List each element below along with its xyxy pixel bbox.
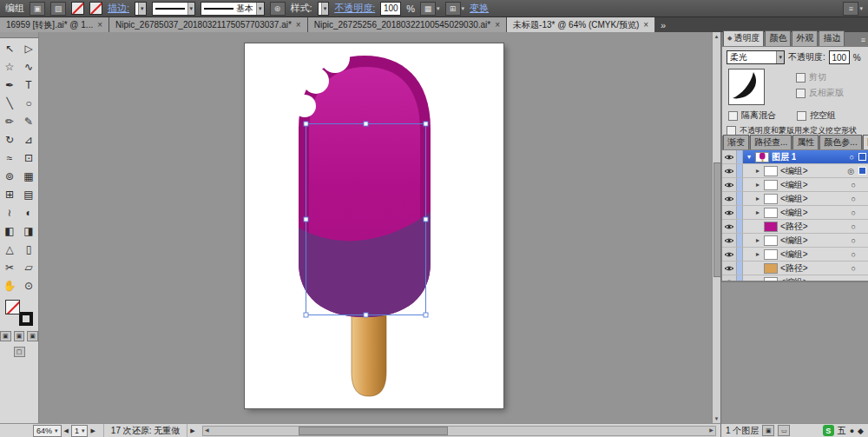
live-paint-selection-tool[interactable]: ◨ [19, 222, 38, 240]
draw-inside-mode-icon[interactable]: ▣ [27, 331, 38, 341]
chevron-down-icon[interactable]: ▾ [82, 427, 85, 434]
document-tab-active[interactable]: 未标题-13* @ 64% (CMYK/预览)× [507, 17, 655, 32]
visibility-eye-icon[interactable] [722, 150, 737, 163]
width-tool[interactable]: ≈ [0, 149, 19, 167]
tray-tool-icon[interactable]: ◆ [858, 427, 864, 435]
artboard-nav-select[interactable]: 1▾ [71, 425, 89, 437]
chevron-down-icon[interactable]: ▾ [437, 5, 440, 12]
magic-wand-tool[interactable]: ☆ [0, 57, 19, 76]
layer-row-content[interactable]: ▸<编组>◎ [743, 164, 868, 177]
target-circle-icon[interactable]: ◎ [847, 167, 854, 175]
chevron-down-icon[interactable]: ▾ [776, 51, 784, 63]
next-artboard-icon[interactable]: ▶ [90, 427, 95, 434]
target-circle-icon[interactable]: ○ [852, 195, 856, 203]
ime-mode-label[interactable]: 五 [838, 425, 846, 437]
sogou-ime-icon[interactable]: S [823, 425, 834, 436]
lasso-tool[interactable]: ∿ [19, 57, 38, 76]
target-circle-icon[interactable]: ○ [852, 222, 856, 231]
stroke-link[interactable]: 描边: [108, 2, 129, 15]
layer-object-row[interactable]: ▸<编组>○ [722, 192, 868, 206]
paintbrush-tool[interactable]: ✏ [0, 112, 19, 130]
document-tab[interactable]: 16959 [转换].ai* @ 1...× [0, 17, 109, 32]
symbol-sprayer-tool[interactable]: ⊚ [0, 167, 19, 185]
horizontal-scrollbar[interactable]: ◀ ▶ [202, 426, 716, 436]
opacity-input[interactable]: 100 [380, 2, 401, 16]
perspective-grid-tool[interactable]: △ [0, 240, 19, 258]
draw-normal-mode-icon[interactable]: ▣ [0, 331, 11, 341]
close-icon[interactable]: × [97, 20, 102, 30]
blend-mode-select[interactable]: 柔光▾ [727, 50, 785, 64]
width-profile-select[interactable]: ▾ [152, 2, 196, 16]
target-circle-icon[interactable]: ○ [850, 153, 854, 162]
layer-row-content[interactable]: ▾图层 1○ [743, 150, 868, 163]
layer-row[interactable]: ▾图层 1○ [722, 150, 868, 164]
zoom-tool[interactable]: ⊙ [19, 276, 38, 295]
tab-stroke[interactable]: 描边 [819, 30, 845, 46]
document-tab[interactable]: Nipic_26725256_20180322100545029030.ai*× [308, 17, 507, 32]
chevron-down-icon[interactable]: ▾ [859, 5, 863, 12]
ellipse-tool[interactable]: ○ [19, 94, 38, 112]
visibility-eye-icon[interactable] [722, 262, 737, 275]
scroll-right-icon[interactable]: ▶ [707, 427, 715, 434]
lock-column[interactable] [737, 248, 743, 261]
eraser-tool[interactable]: ▱ [19, 258, 38, 276]
visibility-eye-icon[interactable] [722, 234, 737, 247]
close-icon[interactable]: × [495, 20, 500, 30]
pen-tool[interactable]: ✒ [0, 76, 19, 94]
scale-tool[interactable]: ⊿ [19, 130, 38, 149]
layer-label[interactable]: 图层 1 [772, 151, 796, 163]
prev-artboard-icon[interactable]: ◀ [64, 427, 69, 434]
expand-arrow-icon[interactable]: ▸ [754, 209, 761, 216]
mesh-tool[interactable]: ⊞ [0, 185, 19, 203]
expand-arrow-icon[interactable]: ▸ [754, 181, 761, 189]
expand-arrow-icon[interactable]: ▸ [754, 167, 761, 175]
scroll-down-icon[interactable]: ▼ [713, 414, 720, 423]
lock-column[interactable] [737, 275, 743, 281]
delete-layer-icon[interactable]: ▭ [778, 425, 790, 436]
blend-tool[interactable]: ◐ [19, 203, 38, 222]
lock-column[interactable] [737, 220, 743, 233]
lock-column[interactable] [737, 206, 743, 219]
stroke-color-swatch[interactable] [19, 312, 33, 326]
tab-layers[interactable]: 图层 [863, 135, 868, 150]
popsicle-illustration[interactable] [245, 43, 503, 408]
arrange-options[interactable]: ⊞▾ [445, 2, 465, 16]
stroke-weight-select[interactable]: ▾ [135, 2, 147, 16]
layer-label[interactable]: <编组> [780, 165, 808, 177]
popsicle-artwork[interactable] [293, 43, 431, 396]
layer-object-row[interactable]: ▸<编组>◎ [722, 164, 868, 178]
graphic-style-select[interactable]: ▾ [318, 2, 330, 16]
grid-icon[interactable]: ⊞ [445, 2, 461, 16]
opacity-link[interactable]: 不透明度: [334, 2, 375, 15]
lock-column[interactable] [737, 262, 743, 275]
opacity-mask-thumbnail[interactable] [728, 69, 765, 105]
eyedropper-tool[interactable]: ≀ [0, 203, 19, 222]
expand-arrow-icon[interactable]: ▸ [754, 250, 761, 258]
tab-transparency[interactable]: ◆透明度 [723, 30, 764, 46]
draw-behind-mode-icon[interactable]: ▣ [14, 331, 25, 341]
layer-label[interactable]: <编组> [780, 248, 808, 261]
layer-object-row[interactable]: ▸<编组>○ [722, 248, 868, 262]
screen-mode-icon[interactable]: ▢ [14, 347, 25, 357]
brush-definition-select[interactable]: 基本▾ [201, 2, 265, 16]
lock-column[interactable] [737, 234, 743, 247]
visibility-eye-icon[interactable] [722, 220, 737, 233]
chevron-down-icon[interactable]: ▾ [256, 3, 264, 15]
isolate-blending-checkbox[interactable]: 隔离混合 [728, 109, 776, 122]
layer-row-content[interactable]: ▸<编组>○ [743, 275, 868, 281]
free-transform-tool[interactable]: ⊡ [19, 149, 38, 167]
panel-opacity-input[interactable]: 100 [829, 50, 850, 64]
tab-gradient[interactable]: 渐变 [723, 135, 749, 150]
lock-column[interactable] [737, 164, 743, 177]
artboard[interactable] [245, 43, 503, 408]
visibility-eye-icon[interactable] [722, 275, 737, 281]
fill-swatch-none[interactable] [71, 2, 84, 15]
recolor-artwork-icon[interactable]: ⊛ [270, 2, 286, 16]
workspace-menu[interactable]: ≡▾ [843, 2, 863, 16]
chevron-down-icon[interactable]: ▾ [55, 427, 58, 434]
panel-menu-icon[interactable]: ≡ [858, 36, 868, 46]
layer-label[interactable]: <编组> [780, 207, 808, 219]
layer-row-content[interactable]: ▸<编组>○ [743, 248, 868, 261]
close-icon[interactable]: × [296, 20, 301, 30]
target-circle-icon[interactable]: ○ [852, 236, 856, 245]
